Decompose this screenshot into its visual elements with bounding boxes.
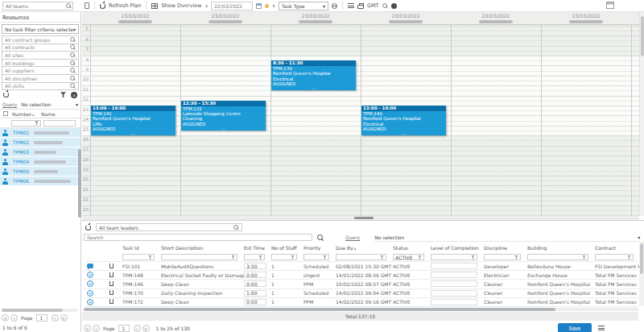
filter-building[interactable] bbox=[527, 254, 588, 260]
delete-icon[interactable] bbox=[109, 272, 114, 277]
resize-handle[interactable]: ··· bbox=[91, 132, 175, 135]
timeline-day-header[interactable]: 23/03/2022 bbox=[541, 12, 631, 25]
delete-icon[interactable] bbox=[109, 290, 114, 295]
query-link[interactable]: Query bbox=[2, 102, 17, 107]
filter-level-of-completion[interactable] bbox=[431, 254, 477, 260]
refresh-plan-button[interactable]: Refresh Plan bbox=[109, 2, 141, 9]
calendar-icon[interactable] bbox=[256, 3, 262, 9]
refresh-icon[interactable] bbox=[100, 3, 105, 9]
zoom-task-icon[interactable]: + bbox=[87, 290, 93, 297]
menu-icon[interactable] bbox=[598, 326, 605, 330]
task-block-tpm-141[interactable]: 13:00 - 16:00TPM:141Romford Queen's Hosp… bbox=[91, 106, 175, 135]
number-filter-input[interactable] bbox=[11, 120, 41, 127]
task-block-tpm-132[interactable]: 12:30 - 15:30TPM:132Lakeside Shopping Ce… bbox=[181, 101, 266, 131]
task-type-dropdown[interactable]: Task Type ▾ bbox=[279, 2, 328, 10]
task-row[interactable]: +TPM:172Deep Clean0:001PPM14/02/2022 09:… bbox=[84, 298, 638, 307]
task-block-tpm-139[interactable]: 8:30 - 11:30TPM:139Romford Queen's Hospi… bbox=[271, 60, 356, 90]
filter-due-by[interactable] bbox=[336, 254, 386, 260]
search-icon[interactable] bbox=[66, 3, 72, 9]
level-of-completion-input[interactable] bbox=[431, 272, 477, 278]
resource-row[interactable]: TPM04 bbox=[0, 157, 80, 166]
level-of-completion-input[interactable] bbox=[431, 263, 477, 269]
timezone-label[interactable]: GMT bbox=[367, 2, 379, 9]
task-table-hscrollbar[interactable] bbox=[84, 308, 638, 311]
scrollbar-thumb[interactable] bbox=[641, 16, 644, 56]
column-header-contract[interactable]: Contract bbox=[595, 245, 640, 251]
page-number-input[interactable] bbox=[118, 325, 130, 332]
refresh-resources-icon[interactable] bbox=[3, 92, 9, 98]
prev-page-button[interactable]: ‹ bbox=[10, 314, 18, 322]
timeline-day-header[interactable]: 23/03/2022 bbox=[270, 12, 361, 25]
show-overview-button[interactable]: Show Overview bbox=[161, 2, 201, 9]
task-row[interactable]: FSI:101MobileAuditQuestions3:301Schedule… bbox=[84, 262, 638, 271]
column-header-est-time[interactable]: Est Time bbox=[244, 245, 271, 251]
column-header-task-id[interactable]: Task Id bbox=[122, 245, 161, 251]
task-row[interactable]: +TPM:146Deep Clean0:001PPM10/02/2022 08:… bbox=[84, 280, 638, 288]
query-link[interactable]: Query bbox=[345, 234, 360, 240]
query-dropdown[interactable]: No selection ▾ bbox=[374, 234, 640, 242]
filter-icon[interactable] bbox=[60, 92, 66, 98]
timeline-day-header[interactable]: 23/03/2022 bbox=[361, 12, 451, 25]
delete-icon[interactable] bbox=[109, 281, 114, 286]
next-day-button[interactable]: › bbox=[272, 2, 275, 10]
all-teams-input[interactable] bbox=[2, 2, 73, 10]
delete-icon[interactable] bbox=[109, 299, 114, 304]
est-time-input[interactable]: 0:00 bbox=[244, 299, 266, 305]
prev-day-button[interactable]: ‹ bbox=[205, 2, 208, 10]
filter-est-time[interactable] bbox=[244, 254, 265, 260]
team-leaders-search[interactable]: All team leaders bbox=[96, 223, 242, 231]
timeline-vscrollbar[interactable] bbox=[639, 12, 644, 216]
column-header-name[interactable]: Name bbox=[41, 111, 56, 117]
timeline-grid[interactable]: 56789101112131415161718192021222313:00 -… bbox=[82, 25, 639, 216]
column-header-level-of-completion[interactable]: Level of Completion bbox=[431, 245, 484, 251]
select-all-checkbox[interactable] bbox=[3, 111, 8, 116]
last-page-button[interactable]: » bbox=[60, 314, 68, 322]
resource-row[interactable]: TPM01 bbox=[0, 128, 80, 137]
task-row[interactable]: +TPM:148Electrical Socket Faulty or Dama… bbox=[84, 271, 638, 280]
column-header-number[interactable]: Number▴ bbox=[12, 111, 41, 117]
today-sun-icon[interactable] bbox=[265, 4, 269, 8]
est-time-input[interactable]: 1:00 bbox=[244, 290, 266, 297]
task-block-tpm-140[interactable]: 13:00 - 16:00TPM:140Romford Queen's Hosp… bbox=[361, 106, 446, 135]
resource-row[interactable]: TPM02 bbox=[0, 138, 80, 147]
task-filter-dropdown[interactable]: No task filter criteria selected ▾ bbox=[2, 24, 79, 34]
search-icon[interactable] bbox=[317, 234, 323, 240]
filter-short-description[interactable] bbox=[161, 254, 237, 260]
timezone-search-icon[interactable] bbox=[382, 3, 388, 9]
first-page-button[interactable]: « bbox=[2, 314, 9, 322]
zoom-task-icon[interactable]: + bbox=[87, 280, 93, 287]
level-of-completion-input[interactable] bbox=[431, 299, 477, 305]
est-time-input[interactable]: 3:30 bbox=[244, 263, 266, 269]
resource-row[interactable]: TPM06 bbox=[0, 176, 80, 185]
message-icon[interactable] bbox=[87, 264, 93, 268]
task-row[interactable]: +TPM:170Daily Cleaning Inspection1:001Sc… bbox=[84, 289, 638, 298]
timeline-day-header[interactable]: 23/03/2022 bbox=[180, 12, 270, 25]
zoom-task-icon[interactable]: + bbox=[87, 299, 93, 305]
first-page-button[interactable]: « bbox=[84, 325, 91, 332]
print-icon[interactable] bbox=[357, 5, 364, 9]
filter-priority[interactable] bbox=[303, 254, 329, 260]
column-header-short-description[interactable]: Short Description bbox=[161, 245, 244, 251]
panel-toggle-icon[interactable] bbox=[606, 2, 614, 9]
settings-icon[interactable] bbox=[391, 3, 397, 9]
filter-task-id[interactable] bbox=[122, 254, 155, 260]
column-header-status[interactable]: Status bbox=[393, 245, 431, 251]
level-of-completion-input[interactable] bbox=[431, 290, 477, 297]
clear-filter-icon[interactable]: x bbox=[71, 92, 77, 98]
filter-status[interactable]: ACTIVE bbox=[393, 254, 424, 260]
scrollbar-thumb[interactable] bbox=[84, 308, 555, 311]
refresh-tasks-icon[interactable] bbox=[85, 225, 91, 230]
level-of-completion-input[interactable] bbox=[431, 280, 477, 287]
prev-page-button[interactable]: ‹ bbox=[93, 325, 100, 332]
timeline-day-header[interactable]: 23/03/2022 bbox=[451, 12, 541, 25]
column-header-no-of-staff[interactable]: No of Staff bbox=[271, 245, 303, 251]
next-page-button[interactable]: › bbox=[52, 314, 59, 322]
scrollbar-thumb[interactable] bbox=[2, 309, 63, 312]
resize-handle[interactable]: ··· bbox=[361, 132, 446, 135]
last-page-button[interactable]: » bbox=[142, 325, 150, 332]
page-number-input[interactable] bbox=[36, 314, 47, 322]
filter-no-of-staff[interactable] bbox=[271, 254, 297, 260]
resize-handle[interactable]: ··· bbox=[271, 87, 356, 90]
next-page-button[interactable]: › bbox=[134, 325, 141, 332]
resize-handle[interactable]: ··· bbox=[181, 127, 266, 131]
